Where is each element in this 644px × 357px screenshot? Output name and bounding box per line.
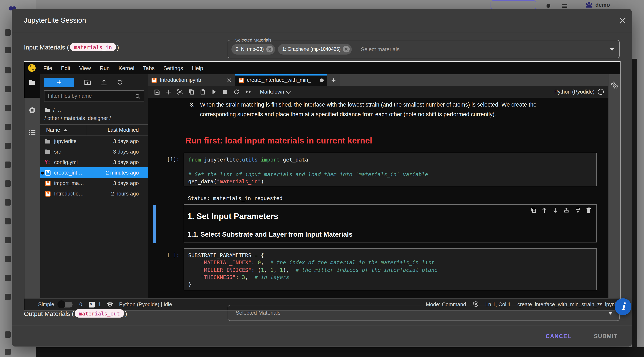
- cell-output: Status: materials_in requested: [188, 195, 282, 201]
- insert-cell-icon[interactable]: [166, 89, 171, 95]
- section-heading: 1. Set Input Parameters: [188, 211, 278, 221]
- dialog-footer: CANCEL SUBMIT: [12, 325, 632, 346]
- breadcrumb-ellipsis[interactable]: …: [58, 107, 63, 113]
- tab-close-icon[interactable]: [227, 78, 232, 82]
- restart-kernel-icon[interactable]: [234, 89, 240, 95]
- notebook-content[interactable]: 3. When the strain matching is finished,…: [148, 98, 608, 298]
- menu-run[interactable]: Run: [96, 65, 114, 71]
- save-icon[interactable]: [154, 89, 160, 95]
- breadcrumb-path[interactable]: / other / materials_designer /: [44, 115, 144, 121]
- output-materials-dropdown[interactable]: Selected Materials: [228, 305, 620, 321]
- paste-icon[interactable]: [200, 89, 206, 95]
- code-cell[interactable]: from jupyterlite.utils import get_data #…: [184, 153, 596, 186]
- breadcrumb-separator: /: [53, 107, 55, 113]
- file-modified: 3 days ago: [86, 180, 148, 186]
- background-sidebar-icon: [4, 29, 11, 36]
- background-sidebar-icon: [4, 162, 11, 168]
- running-kernels-tab-icon[interactable]: [29, 107, 36, 114]
- menu-view[interactable]: View: [75, 65, 96, 71]
- property-inspector-gears-icon[interactable]: [610, 81, 618, 89]
- chevron-down-icon[interactable]: [610, 48, 614, 51]
- column-name[interactable]: Name: [40, 125, 86, 136]
- new-tab-button[interactable]: [327, 74, 340, 86]
- material-chip[interactable]: 1: Graphene (mp-1040425): [278, 44, 352, 54]
- tab-introduction[interactable]: Introduction.ipynb: [148, 74, 235, 86]
- home-folder-icon[interactable]: [44, 107, 50, 112]
- chevron-down-icon: [608, 312, 612, 315]
- filter-files-input[interactable]: [44, 93, 135, 99]
- selected-materials-chips: 0: Ni (mp-23) 1: Graphene (mp-1040425) S…: [232, 40, 400, 58]
- cut-icon[interactable]: [177, 89, 183, 95]
- unsaved-changes-dot[interactable]: [320, 78, 324, 82]
- user-name-label: demo: [595, 2, 610, 8]
- materials-in-code-chip: materials_in: [70, 43, 116, 51]
- menu-kernel[interactable]: Kernel: [114, 65, 138, 71]
- file-row[interactable]: jupyterlite 3 days ago: [40, 136, 148, 146]
- file-row-selected[interactable]: create_int… 2 minutes ago: [40, 167, 148, 178]
- file-row[interactable]: src 3 days ago: [40, 146, 148, 157]
- move-cell-down-icon[interactable]: [552, 207, 558, 213]
- menu-edit[interactable]: Edit: [56, 65, 75, 71]
- new-folder-icon[interactable]: [84, 79, 91, 85]
- code-line: SUBSTRATE_PARAMETERS = {: [188, 252, 592, 259]
- move-cell-up-icon[interactable]: [542, 207, 547, 213]
- new-launcher-button[interactable]: [44, 77, 74, 87]
- close-icon[interactable]: [618, 16, 627, 25]
- kernel-status-text[interactable]: Python (Pyodide) | Idle: [119, 301, 172, 307]
- materials-out-code-chip: materials_out: [75, 309, 124, 317]
- menu-help[interactable]: Help: [188, 65, 208, 71]
- dialog-header: JupyterLite Session: [12, 9, 632, 32]
- file-name: config.yml: [54, 159, 86, 165]
- notebook-file-icon: [44, 191, 51, 197]
- info-button[interactable]: i: [615, 298, 632, 315]
- code-cell[interactable]: SUBSTRATE_PARAMETERS = { "MATERIAL_INDEX…: [184, 248, 596, 290]
- restart-run-all-icon[interactable]: [245, 89, 252, 94]
- file-name: Introductio…: [54, 191, 86, 197]
- run-cell-icon[interactable]: [211, 89, 217, 95]
- column-name-label: Name: [46, 127, 60, 133]
- file-browser-tab-icon[interactable]: [29, 79, 36, 85]
- file-name: src: [54, 149, 86, 155]
- terminals-count[interactable]: 0: [79, 301, 82, 307]
- sort-ascending-icon: [64, 129, 68, 131]
- cell-type-dropdown[interactable]: Markdown: [260, 89, 290, 95]
- simple-mode-toggle[interactable]: [58, 301, 72, 307]
- table-of-contents-tab-icon[interactable]: [29, 130, 36, 136]
- column-last-modified[interactable]: Last Modified: [86, 125, 148, 136]
- bell-icon: [546, 3, 551, 9]
- kernels-count[interactable]: 1: [98, 301, 101, 307]
- output-materials-label: Output Materials ( materials_out ): [24, 308, 127, 319]
- material-chip[interactable]: 0: Ni (mp-23): [232, 44, 275, 54]
- stop-kernel-icon[interactable]: [223, 89, 228, 94]
- menu-tabs[interactable]: Tabs: [139, 65, 159, 71]
- markdown-cell[interactable]: 1. Set Input Parameters 1.1. Select Subs…: [184, 204, 596, 242]
- file-row[interactable]: Y: config.yml 3 days ago: [40, 157, 148, 167]
- material-chip-label: 0: Ni (mp-23): [236, 47, 264, 52]
- jupyterlite-logo-icon: [28, 64, 36, 72]
- refresh-icon[interactable]: [117, 79, 123, 85]
- file-row[interactable]: Introductio… 2 hours ago: [40, 188, 148, 199]
- markdown-list-text: corresponding supercells and place them …: [200, 111, 496, 118]
- copy-icon[interactable]: [189, 89, 194, 95]
- tab-bar: Introduction.ipynb create_interface_with…: [148, 74, 608, 86]
- upload-icon[interactable]: [101, 79, 107, 85]
- submit-button[interactable]: SUBMIT: [592, 333, 620, 340]
- duplicate-cell-icon[interactable]: [531, 207, 536, 213]
- insert-cell-above-icon[interactable]: [564, 207, 569, 213]
- tab-create-interface[interactable]: create_interface_with_min_: [235, 74, 327, 86]
- menu-hamburger-icon: [562, 4, 567, 9]
- menu-settings[interactable]: Settings: [159, 65, 188, 71]
- background-sidebar-icon: [4, 124, 11, 130]
- selected-materials-field[interactable]: Selected Materials 0: Ni (mp-23) 1: Grap…: [228, 40, 620, 58]
- simple-mode-label: Simple: [38, 301, 54, 307]
- insert-cell-below-icon[interactable]: [575, 207, 581, 213]
- delete-cell-icon[interactable]: [586, 207, 591, 213]
- file-row[interactable]: import_ma… 3 days ago: [40, 178, 148, 188]
- menu-file[interactable]: File: [39, 65, 56, 71]
- chip-delete-icon[interactable]: [343, 46, 350, 53]
- code-line: from jupyterlite.utils import get_data: [188, 156, 592, 163]
- kernel-indicator[interactable]: Python (Pyodide): [554, 89, 604, 95]
- chip-delete-icon[interactable]: [266, 46, 273, 53]
- cancel-button[interactable]: CANCEL: [543, 333, 574, 340]
- screen: demo JupyterLite Session Input Materials…: [0, 0, 644, 357]
